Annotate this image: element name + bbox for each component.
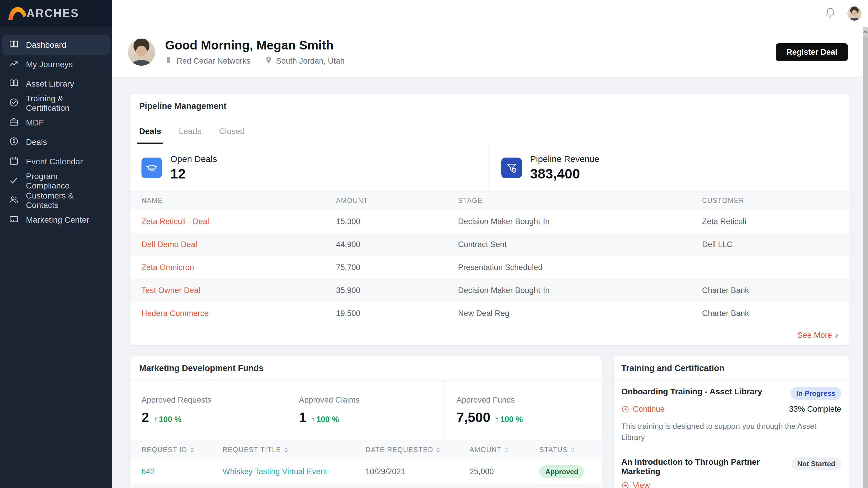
sidebar-item-training-certification[interactable]: Training & Certification bbox=[2, 94, 110, 113]
status-badge: Not Started bbox=[792, 457, 841, 470]
training-item-title: An Introduction to Through Partner Marke… bbox=[621, 457, 792, 476]
calendar-icon bbox=[9, 156, 19, 168]
deal-customer: Charter Bank bbox=[702, 309, 849, 318]
pipeline-card-title: Pipeline Management bbox=[139, 101, 227, 111]
approved-claims-stat: Approved Claims 1 100 % bbox=[287, 381, 444, 440]
check-icon bbox=[9, 175, 19, 187]
col-request-title[interactable]: REQUEST TITLE bbox=[222, 446, 366, 454]
deal-link[interactable]: Test Owner Deal bbox=[142, 286, 200, 295]
col-date-requested[interactable]: DATE REQUESTED bbox=[366, 446, 469, 454]
greeting-title: Good Morning, Megan Smith bbox=[165, 38, 345, 53]
col-name: NAME bbox=[130, 197, 336, 205]
arrow-up-icon bbox=[311, 415, 315, 424]
table-row: Hedera Commerce 19,500 New Deal Reg Char… bbox=[130, 302, 849, 325]
location-pin-icon bbox=[265, 56, 273, 66]
users-icon bbox=[9, 195, 19, 207]
col-amount[interactable]: AMOUNT bbox=[469, 446, 539, 454]
tab-closed[interactable]: Closed bbox=[219, 119, 245, 144]
deal-link[interactable]: Zeta Omnicron bbox=[142, 263, 194, 272]
col-status[interactable]: STATUS bbox=[539, 446, 602, 454]
deal-stage: Contract Sent bbox=[458, 240, 702, 249]
dollar-circle-icon: $ bbox=[9, 136, 19, 149]
sidebar-item-program-compliance[interactable]: Program Compliance bbox=[2, 171, 110, 191]
sidebar-nav: Dashboard My Journeys Asset Library Trai… bbox=[0, 27, 112, 238]
deal-amount: 35,900 bbox=[336, 286, 458, 295]
table-row: Zeta Reticuli - Deal 15,300 Decision Mak… bbox=[130, 210, 849, 233]
view-link[interactable]: View bbox=[621, 481, 650, 488]
sidebar-item-my-journeys[interactable]: My Journeys bbox=[2, 55, 110, 74]
deal-amount: 44,900 bbox=[336, 240, 458, 249]
pipeline-revenue-stat: $ Pipeline Revenue 383,400 bbox=[489, 144, 849, 191]
deal-amount: 75,700 bbox=[336, 263, 458, 272]
sort-icon bbox=[436, 447, 440, 453]
see-more-link[interactable]: See More › bbox=[798, 331, 838, 340]
sidebar-item-label: Program Compliance bbox=[26, 172, 103, 191]
status-badge: In Progress bbox=[790, 387, 841, 400]
sidebar-item-deals[interactable]: $ Deals bbox=[2, 133, 110, 152]
approved-requests-stat: Approved Requests 2 100 % bbox=[130, 381, 287, 440]
sidebar-item-label: Deals bbox=[26, 137, 47, 147]
request-title-link[interactable]: Whiskey Tasting Virtual Event bbox=[222, 467, 327, 476]
training-card-title: Training and Certification bbox=[621, 363, 724, 373]
deal-amount: 15,300 bbox=[336, 217, 458, 226]
notification-bell-icon[interactable] bbox=[825, 7, 836, 20]
sidebar-item-label: Dashboard bbox=[26, 40, 66, 50]
deal-link[interactable]: Hedera Commerce bbox=[142, 309, 209, 318]
open-deals-label: Open Deals bbox=[170, 154, 217, 164]
arches-logo-icon bbox=[7, 5, 27, 22]
credit-card-icon bbox=[9, 214, 19, 226]
scroll-up-arrow-icon[interactable] bbox=[863, 27, 868, 36]
deal-customer: Dell LLC bbox=[702, 240, 849, 249]
handshake-icon bbox=[142, 158, 162, 178]
col-request-id[interactable]: REQUEST ID bbox=[142, 446, 222, 454]
sidebar-item-asset-library[interactable]: Asset Library bbox=[2, 74, 110, 94]
sidebar-item-marketing-center[interactable]: Marketing Center bbox=[2, 210, 110, 230]
sidebar: ARCHES Dashboard My Journeys Asset Libra… bbox=[0, 0, 112, 488]
arrow-up-icon bbox=[154, 415, 158, 424]
stat-value: 2 bbox=[142, 410, 149, 425]
register-deal-button[interactable]: Register Deal bbox=[776, 43, 848, 61]
funnel-dollar-icon: $ bbox=[501, 158, 522, 178]
deal-customer: Charter Bank bbox=[702, 286, 849, 295]
sort-icon bbox=[284, 447, 288, 453]
vertical-scrollbar[interactable] bbox=[863, 27, 868, 488]
continue-link[interactable]: Continue bbox=[621, 405, 664, 414]
continue-label: Continue bbox=[633, 405, 664, 414]
tab-leads[interactable]: Leads bbox=[179, 119, 201, 144]
deal-link[interactable]: Zeta Reticuli - Deal bbox=[142, 217, 209, 226]
sidebar-item-label: My Journeys bbox=[26, 60, 73, 69]
sidebar-item-mdf[interactable]: MDF bbox=[2, 113, 110, 133]
stat-value: 1 bbox=[299, 410, 307, 425]
sort-icon bbox=[190, 447, 194, 453]
scrollbar-thumb[interactable] bbox=[863, 36, 868, 488]
mdf-table-row: 642 Whiskey Tasting Virtual Event 10/29/… bbox=[130, 459, 602, 484]
status-badge: Approved bbox=[539, 465, 584, 478]
pipeline-tabs: Deals Leads Closed bbox=[130, 119, 849, 144]
logo[interactable]: ARCHES bbox=[0, 0, 112, 27]
svg-text:$: $ bbox=[13, 139, 15, 144]
sidebar-item-dashboard[interactable]: Dashboard bbox=[2, 35, 110, 55]
sidebar-item-customers-contacts[interactable]: Customers & Contacts bbox=[2, 191, 110, 210]
request-id-link[interactable]: 642 bbox=[142, 467, 155, 476]
pipeline-revenue-label: Pipeline Revenue bbox=[530, 154, 599, 164]
tab-deals[interactable]: Deals bbox=[139, 119, 161, 144]
building-icon bbox=[165, 56, 173, 66]
stat-label: Approved Claims bbox=[299, 395, 444, 405]
table-row: Zeta Omnicron 75,700 Presentation Schedu… bbox=[130, 256, 849, 279]
deal-customer: Zeta Reticuli bbox=[702, 217, 849, 226]
stat-label: Approved Funds bbox=[457, 395, 602, 405]
training-item: An Introduction to Through Partner Marke… bbox=[614, 451, 849, 488]
logo-text: ARCHES bbox=[27, 7, 79, 20]
approved-funds-stat: Approved Funds 7,500 100 % bbox=[444, 381, 602, 440]
training-item: Onboarding Training - Asset Library In P… bbox=[614, 381, 849, 451]
request-date: 10/29/2021 bbox=[366, 467, 469, 476]
deal-link[interactable]: Dell Demo Deal bbox=[142, 240, 197, 249]
user-avatar[interactable] bbox=[847, 6, 862, 21]
stat-delta: 100 % bbox=[495, 415, 523, 424]
deal-stage: New Deal Reg bbox=[458, 309, 702, 318]
chevron-right-icon: › bbox=[835, 332, 838, 339]
deal-stage: Presentation Scheduled bbox=[458, 263, 702, 272]
svg-text:$: $ bbox=[513, 169, 515, 172]
sidebar-item-event-calendar[interactable]: Event Calendar bbox=[2, 152, 110, 171]
open-deals-value: 12 bbox=[170, 166, 217, 182]
